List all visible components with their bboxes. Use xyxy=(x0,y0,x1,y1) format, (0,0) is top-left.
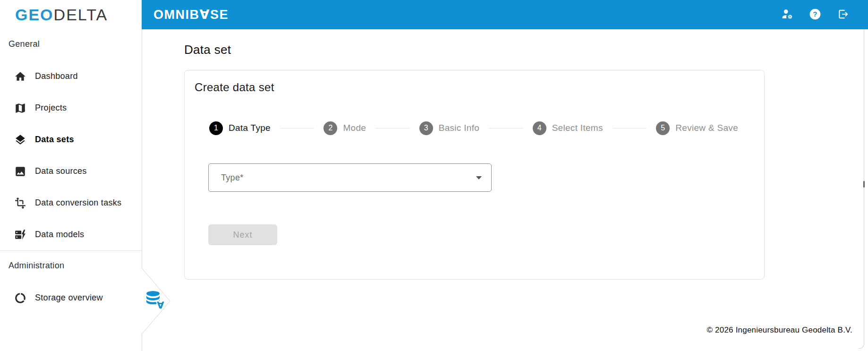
scrollbar-track xyxy=(859,29,864,349)
help-button[interactable]: ? xyxy=(809,9,821,21)
sidebar-item-label: Projects xyxy=(35,103,67,113)
top-app-bar: OMNIB∀SE xyxy=(142,0,868,29)
card-title: Create data set xyxy=(195,81,274,94)
type-select[interactable]: Type* xyxy=(208,163,492,192)
dynamic-form-icon xyxy=(14,229,26,241)
sidebar-section-general: General xyxy=(9,39,142,49)
data-usage-icon xyxy=(14,292,26,304)
step-number: 1 xyxy=(209,121,223,135)
sidebar: General Dashboard Projects Data sets xyxy=(0,29,142,351)
sidebar-item-dashboard[interactable]: Dashboard xyxy=(0,60,142,92)
omnibase-logo-post: SE xyxy=(210,8,229,22)
geodelta-logo-geo: GEO xyxy=(15,6,54,24)
sidebar-item-label: Data conversion tasks xyxy=(35,198,121,208)
sidebar-item-data-sets[interactable]: Data sets xyxy=(0,124,142,155)
sidebar-nav-general: Dashboard Projects Data sets Data source… xyxy=(0,60,142,250)
logout-icon xyxy=(837,8,849,22)
map-icon xyxy=(14,102,26,114)
sidebar-item-label: Data models xyxy=(35,230,84,240)
step-label: Select Items xyxy=(552,123,603,133)
step-basic-info[interactable]: 3 Basic Info xyxy=(419,121,479,135)
home-icon xyxy=(14,70,26,83)
step-connector xyxy=(613,128,647,128)
sidebar-item-data-conversion-tasks[interactable]: Data conversion tasks xyxy=(0,187,142,219)
logout-button[interactable] xyxy=(837,9,849,21)
sidebar-item-label: Dashboard xyxy=(35,71,78,81)
step-number: 2 xyxy=(323,121,337,135)
step-data-type[interactable]: 1 Data Type xyxy=(209,121,271,135)
sidebar-item-projects[interactable]: Projects xyxy=(0,92,142,124)
step-number: 3 xyxy=(419,121,433,135)
geodelta-logo: GEODELTA xyxy=(0,0,142,29)
omnibase-logo-pre: OMNIB xyxy=(153,8,200,22)
step-review-save[interactable]: 5 Review & Save xyxy=(656,121,738,135)
step-label: Review & Save xyxy=(675,123,738,133)
sidebar-item-storage-overview[interactable]: Storage overview xyxy=(0,282,142,314)
sidebar-section-administration: Administration xyxy=(9,261,142,271)
manage-accounts-icon xyxy=(781,8,793,22)
step-select-items[interactable]: 4 Select Items xyxy=(533,121,603,135)
omnibase-database-logo: ∀ xyxy=(144,290,165,310)
step-connector xyxy=(280,128,315,128)
chevron-down-icon xyxy=(476,176,482,180)
omnibase-logo: OMNIB∀SE xyxy=(153,7,229,22)
stepper: 1 Data Type 2 Mode 3 Basic Info 4 Select… xyxy=(209,121,738,135)
sidebar-item-label: Storage overview xyxy=(35,293,103,303)
image-icon xyxy=(14,165,26,178)
sidebar-item-label: Data sources xyxy=(35,166,87,176)
copyright-text: © 2026 Ingenieursbureau Geodelta B.V. xyxy=(706,325,852,335)
geodelta-logo-delta: DELTA xyxy=(54,6,108,24)
help-icon: ? xyxy=(809,8,821,22)
create-data-set-card: Create data set 1 Data Type 2 Mode 3 Bas… xyxy=(184,70,765,280)
step-label: Mode xyxy=(343,123,366,133)
header-actions: ? xyxy=(781,9,849,21)
scrollbar-thumb[interactable] xyxy=(863,181,865,188)
svg-text:?: ? xyxy=(813,10,817,18)
step-label: Basic Info xyxy=(439,123,479,133)
step-mode[interactable]: 2 Mode xyxy=(323,121,366,135)
step-label: Data Type xyxy=(229,123,271,133)
step-connector xyxy=(375,128,410,128)
svg-text:∀: ∀ xyxy=(157,300,164,311)
sidebar-item-data-sources[interactable]: Data sources xyxy=(0,155,142,187)
layers-icon xyxy=(14,134,26,146)
type-select-label: Type* xyxy=(221,173,244,183)
sidebar-item-label: Data sets xyxy=(35,135,74,145)
step-number: 4 xyxy=(533,121,546,135)
step-number: 5 xyxy=(656,121,670,135)
omnibase-inverted-a: ∀ xyxy=(200,7,210,22)
header: GEODELTA OMNIB∀SE xyxy=(0,0,868,29)
transform-icon xyxy=(14,197,26,209)
sidebar-divider xyxy=(0,250,142,251)
manage-accounts-button[interactable] xyxy=(781,9,793,21)
next-button[interactable]: Next xyxy=(208,224,277,245)
sidebar-nav-administration: Storage overview xyxy=(0,282,142,314)
main-content: Data set Create data set 1 Data Type 2 M… xyxy=(142,29,868,351)
page-title: Data set xyxy=(184,43,231,57)
sidebar-item-data-models[interactable]: Data models xyxy=(0,219,142,250)
step-connector xyxy=(489,128,523,128)
